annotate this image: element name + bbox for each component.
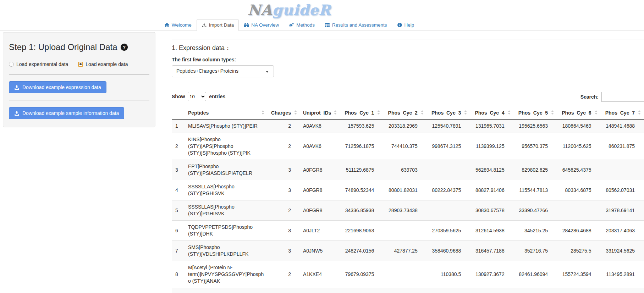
page-length-select[interactable]: 10 (188, 92, 206, 101)
table-cell: 7 (172, 241, 185, 261)
tab-welcome[interactable]: Welcome (159, 19, 197, 31)
column-header-phos_cyc_4[interactable]: Phos_Cyc_4 (470, 107, 513, 119)
table-cell: 88827.91406 (470, 180, 513, 200)
table-cell: 115544.7813 (514, 180, 557, 200)
table-controls: Show 10 entries Search: (172, 92, 644, 103)
table-cell (383, 261, 426, 288)
question-icon[interactable]: ? (120, 43, 128, 51)
table-cell: A0JLT2 (300, 221, 340, 241)
table-cell: MLISAVS[Phospho (STY)]PEIR (185, 119, 268, 133)
panel-title: Step 1: Upload Original Data ? (9, 42, 149, 52)
tab-methods[interactable]: Methods (284, 19, 320, 31)
table-cell: 80562.07031 (601, 180, 644, 200)
radio-load-example[interactable]: Load example data (78, 61, 128, 67)
column-header-phos_cyc_5[interactable]: Phos_Cyc_5 (514, 107, 557, 119)
table-cell: 130927.3672 (470, 261, 513, 288)
sort-icon (464, 110, 467, 115)
column-header-phos_cyc_1[interactable]: Phos_Cyc_1 (340, 107, 383, 119)
download-icon (14, 111, 20, 116)
column-header-label: Phos_Cyc_1 (345, 110, 374, 116)
table-row: 3EPT[Phospho (STY)]PSIASDISLPIATQELR3A0F… (172, 160, 644, 180)
table-cell: 312614.5938 (470, 221, 513, 241)
table-row: 8M[Acetyl (Protein N-term)]NPVYSPGSSGVPY… (172, 261, 644, 288)
column-header-phos_cyc_7[interactable]: Phos_Cyc_7 (601, 107, 644, 119)
column-header-peptides[interactable]: Peptides (185, 107, 268, 119)
column-header-index (172, 107, 185, 119)
tab-list: WelcomeImport DataNA OverviewMethodsResu… (159, 19, 419, 31)
table-cell: 956570.375 (514, 133, 557, 160)
tab-na-overview[interactable]: NA Overview (239, 19, 284, 31)
table-cell: 82461.96094 (514, 261, 557, 288)
expression-table: PeptidesChargesUniprot_IDsPhos_Cyc_1Phos… (172, 107, 644, 288)
table-cell: 3 (268, 180, 300, 200)
table-cell: M[Acetyl (Protein N-term)]NPVYSPGSSGVPY[… (185, 261, 268, 288)
tab-help[interactable]: Help (392, 19, 419, 31)
table-cell: 74890.52344 (340, 180, 383, 200)
table-cell: 79679.09375 (340, 261, 383, 288)
table-cell: 1139399.125 (470, 133, 513, 160)
table-cell: 113495.2891 (601, 261, 644, 288)
column-header-phos_cyc_6[interactable]: Phos_Cyc_6 (557, 107, 600, 119)
table-cell: 562894.8125 (470, 160, 513, 180)
table-cell: 6 (172, 221, 185, 241)
table-cell: 157593.625 (340, 119, 383, 133)
sort-icon (508, 110, 511, 115)
step1-panel: Step 1: Upload Original Data ? Load expe… (3, 32, 155, 127)
column-header-charges[interactable]: Charges (268, 107, 300, 119)
column-header-phos_cyc_2[interactable]: Phos_Cyc_2 (383, 107, 426, 119)
table-cell: 998674.3125 (427, 133, 470, 160)
table-cell: 203317.4063 (601, 221, 644, 241)
download-expression-data-button[interactable]: Download example expression data (9, 81, 106, 93)
next-row-partial (172, 288, 644, 293)
radio-load-experimental[interactable]: Load experimental data (9, 61, 68, 67)
column-types-select[interactable]: Peptides+Charges+Proteins (172, 65, 274, 77)
column-types-label: The first few column types: (172, 57, 644, 62)
table-cell: 358460.9688 (427, 241, 470, 261)
entries-label: entries (209, 94, 225, 99)
search-input[interactable] (601, 92, 644, 102)
table-cell: 180664.5469 (557, 119, 600, 133)
data-source-radios: Load experimental data Load example data (9, 61, 149, 67)
column-header-label: Uniprot_IDs (303, 110, 331, 116)
table-cell: 248274.0156 (340, 241, 383, 261)
table-row: 2KINS[Phospho (STY)]APS[Phospho (STY)]S[… (172, 133, 644, 160)
table-cell: 221698.9063 (340, 221, 383, 241)
table-cell: 31978.69141 (601, 200, 644, 221)
panel-title-text: Step 1: Upload Original Data (9, 42, 117, 52)
divider (9, 74, 149, 74)
divider (172, 86, 644, 86)
table-cell: 131965.7031 (470, 119, 513, 133)
table-cell: A1KXE4 (300, 261, 340, 288)
column-header-label: Peptides (188, 110, 209, 116)
table-cell: A0FGR8 (300, 160, 340, 180)
table-cell: 2 (268, 133, 300, 160)
divider (172, 39, 644, 39)
tab-results-and-assessments[interactable]: Results and Assessments (320, 19, 392, 31)
gears-icon (289, 22, 294, 28)
table-cell: 744410.375 (383, 133, 426, 160)
column-header-label: Phos_Cyc_6 (562, 110, 591, 116)
chevron-down-icon (266, 71, 269, 73)
table-cell: SMS[Phospho (STY)]VDLSHIPLKDPLLFK (185, 241, 268, 261)
app-logo: NAguideR (0, 2, 578, 18)
show-label: Show (172, 94, 185, 99)
table-cell (427, 200, 470, 221)
table-cell: 2 (172, 133, 185, 160)
table-body: 1MLISAVS[Phospho (STY)]PEIR2A0AVK6157593… (172, 119, 644, 288)
table-cell: 2 (268, 261, 300, 288)
download-sample-info-button[interactable]: Download example sample information data (9, 107, 124, 119)
table-cell: 639703 (383, 160, 426, 180)
column-header-uniprot_ids[interactable]: Uniprot_IDs (300, 107, 340, 119)
table-cell (383, 221, 426, 241)
app-logo-part2: guideR (272, 1, 331, 18)
radio-label: Load example data (86, 61, 128, 67)
tab-import-data[interactable]: Import Data (197, 19, 239, 31)
table-cell: A0JNW5 (300, 241, 340, 261)
column-header-phos_cyc_3[interactable]: Phos_Cyc_3 (427, 107, 470, 119)
column-header-label: Charges (271, 110, 291, 116)
column-header-label: Phos_Cyc_5 (518, 110, 548, 116)
download-icon (14, 85, 20, 90)
table-cell: 1120045.625 (557, 133, 600, 160)
table-cell: A0FGR8 (300, 180, 340, 200)
table-cell: 2 (268, 200, 300, 221)
